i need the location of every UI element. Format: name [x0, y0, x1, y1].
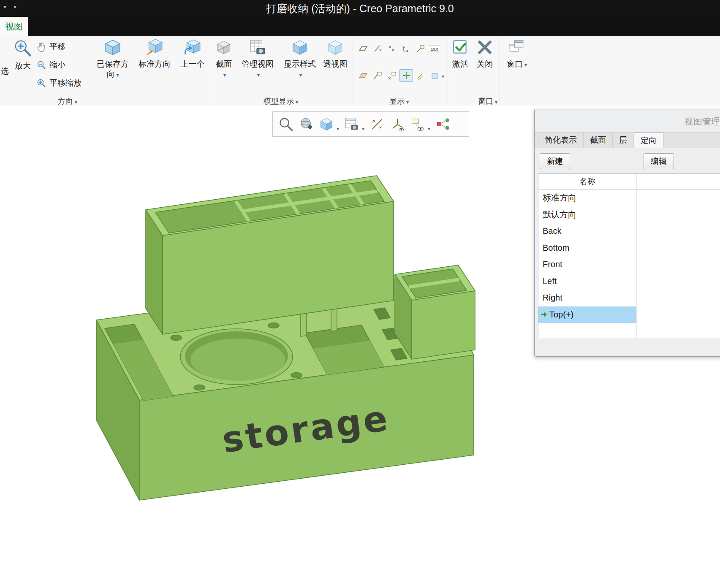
edit-button[interactable]: 编辑	[644, 153, 674, 169]
display-style-icon	[291, 38, 309, 56]
datum-plane-icon	[358, 43, 368, 54]
saved-orientations-cube-icon	[104, 38, 122, 56]
notes-display-toggle[interactable]	[414, 69, 427, 82]
dropdown-caret-icon: ▾	[257, 72, 260, 78]
graphics-area[interactable]: ▾ ▾	[0, 106, 720, 588]
tolerance-icon: 10.0	[427, 43, 442, 54]
dropdown-caret-icon: ▾	[299, 72, 302, 78]
close-window-button[interactable]: 关闭	[474, 38, 496, 69]
view-list-header: 名称	[538, 174, 720, 190]
perspective-icon	[326, 38, 344, 56]
point-tag-display-toggle[interactable]	[385, 69, 399, 82]
perspective-button[interactable]: 透视图	[319, 38, 351, 69]
dropdown-caret-icon: ▾	[495, 99, 497, 105]
pan-button[interactable]: 平移	[36, 41, 65, 52]
ribbon-tab-bar: 视图	[0, 17, 720, 36]
view-row[interactable]: Back	[538, 223, 720, 240]
zoom-out-button[interactable]: 缩小	[36, 60, 65, 70]
group-label-window[interactable]: 窗口▾	[462, 96, 513, 106]
datum-point-display-toggle[interactable]	[385, 42, 399, 55]
activate-icon	[451, 38, 469, 56]
select-button-cut[interactable]: 选	[1, 66, 9, 77]
close-x-icon	[476, 38, 494, 56]
point-tag-icon	[387, 70, 397, 81]
pan-zoom-button[interactable]: 平移缩放	[36, 78, 82, 89]
previous-view-button[interactable]: 上一个	[177, 38, 208, 69]
spin-center-toggle[interactable]	[399, 69, 413, 82]
window-menu-button[interactable]: 窗口▾	[503, 38, 530, 70]
ribbon-divider	[353, 38, 353, 102]
tab-view[interactable]: 视图	[0, 17, 28, 36]
tab-orient[interactable]: 定向	[634, 133, 663, 148]
activate-button[interactable]: 激活	[449, 38, 471, 69]
plane-tag-icon	[358, 70, 368, 81]
svg-text:10.0: 10.0	[431, 47, 438, 51]
view-row[interactable]: Right	[538, 290, 720, 306]
column-divider	[636, 174, 637, 338]
dropdown-caret-icon[interactable]: ▾	[442, 73, 444, 79]
group-label-model-display[interactable]: 模型显示▾	[251, 96, 310, 106]
standard-orientation-button[interactable]: 标准方向	[134, 38, 175, 69]
pan-zoom-icon	[36, 78, 46, 88]
dimension-tolerance-toggle[interactable]: 10.0	[426, 42, 443, 55]
view-row[interactable]: 默认方向	[538, 206, 720, 223]
title-bar: ▾ ▾ 打磨收纳 (活动的) - Creo Parametric 9.0	[0, 0, 720, 17]
datum-csys-icon	[401, 43, 411, 54]
section-button[interactable]: 截面 ▾	[212, 38, 236, 78]
dropdown-caret-icon: ▾	[524, 62, 527, 68]
current-view-arrow-icon	[540, 311, 548, 318]
manage-views-icon	[249, 38, 266, 56]
notes-icon	[416, 70, 426, 81]
plane-tag-display-toggle[interactable]	[356, 69, 370, 82]
tab-simplified-rep[interactable]: 简化表示	[538, 133, 584, 148]
zoom-in-icon	[13, 38, 33, 58]
section-icon	[215, 38, 233, 56]
previous-view-icon	[184, 38, 201, 56]
ribbon-divider	[500, 38, 500, 102]
new-button[interactable]: 新建	[540, 153, 570, 169]
ribbon-divider	[448, 38, 448, 102]
dropdown-caret-icon: ▾	[116, 72, 119, 78]
dropdown-caret-icon: ▾	[223, 72, 226, 78]
datum-plane-display-toggle[interactable]	[356, 42, 370, 55]
datum-axis-display-toggle[interactable]	[371, 42, 384, 55]
transparent-box-icon	[430, 70, 440, 81]
view-row[interactable]: 标准方向	[538, 190, 720, 206]
view-row-selected[interactable]: Top(+)	[538, 306, 720, 323]
pan-hand-icon	[36, 42, 46, 52]
ribbon-divider	[210, 38, 210, 102]
manage-views-button[interactable]: 管理视图 ▾	[237, 38, 278, 78]
view-row[interactable]: Front	[538, 256, 720, 273]
view-manager-tabs: 简化表示 截面 层 定向	[535, 132, 720, 148]
view-manager-panel: 视图管理器 简化表示 截面 层 定向 新建 编辑 名称 标准方向 默认方向 Ba…	[534, 109, 720, 357]
axis-tag-icon	[372, 70, 383, 81]
datum-axis-icon	[372, 43, 383, 54]
datum-point-icon	[387, 43, 397, 54]
spin-center-icon	[401, 70, 411, 81]
group-label-show[interactable]: 显示▾	[376, 96, 422, 106]
group-label-orientation[interactable]: 方向▾	[42, 96, 93, 106]
panel-title: 视图管理器	[685, 116, 720, 127]
tab-sections[interactable]: 截面	[584, 133, 613, 148]
view-row[interactable]: Bottom	[538, 240, 720, 257]
window-title: 打磨收纳 (活动的) - Creo Parametric 9.0	[0, 0, 720, 17]
standard-orientation-icon	[146, 38, 163, 56]
column-header-name: 名称	[538, 174, 636, 189]
view-row[interactable]: Left	[538, 273, 720, 290]
zoom-out-icon	[36, 60, 46, 70]
dropdown-caret-icon: ▾	[296, 99, 298, 105]
saved-orientations-button[interactable]: 已保存方 向▾	[94, 38, 132, 80]
window-icon	[508, 38, 526, 56]
panel-footer	[535, 339, 720, 356]
zoom-in-button[interactable]: 放大	[9, 38, 36, 71]
annotation-icon	[416, 43, 426, 54]
transparency-display-toggle[interactable]	[428, 69, 442, 82]
dropdown-caret-icon: ▾	[75, 99, 77, 105]
dropdown-caret-icon: ▾	[406, 99, 409, 105]
axis-tag-display-toggle[interactable]	[371, 69, 384, 82]
ribbon: 选 放大 平移 缩小 平移缩放	[0, 36, 720, 106]
view-list: 名称 标准方向 默认方向 Back Bottom Front Left Righ…	[538, 173, 720, 338]
display-style-button[interactable]: 显示样式 ▾	[280, 38, 320, 78]
tab-layers[interactable]: 层	[613, 133, 634, 148]
datum-csys-display-toggle[interactable]	[399, 42, 413, 55]
